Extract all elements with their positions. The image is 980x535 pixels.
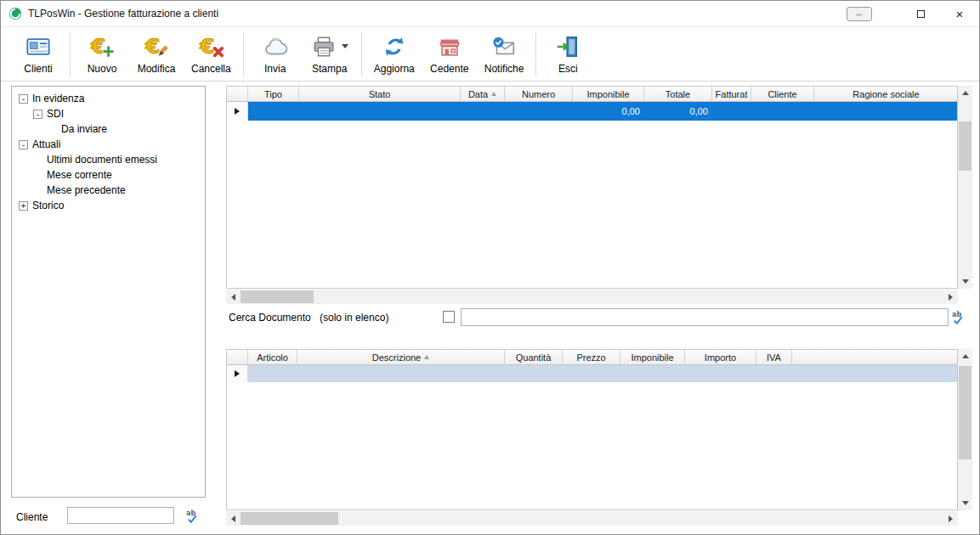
tree-item-label: Mese precedente bbox=[47, 184, 126, 196]
scrollbar-thumb[interactable] bbox=[241, 290, 314, 303]
modifica-button[interactable]: €Modifica bbox=[129, 30, 184, 79]
scroll-down-button[interactable] bbox=[958, 274, 972, 289]
search-spellcheck-button[interactable]: ab bbox=[950, 308, 969, 326]
cell-articolo bbox=[248, 365, 297, 382]
cedente-button[interactable]: Cedente bbox=[422, 30, 477, 79]
column-header-blank[interactable] bbox=[227, 87, 248, 101]
maximize-button[interactable] bbox=[901, 2, 940, 26]
arrow-up-icon bbox=[962, 354, 969, 358]
scroll-up-button[interactable] bbox=[958, 349, 972, 363]
cancella-button[interactable]: €Cancella bbox=[184, 30, 239, 79]
notifiche-button[interactable]: Notifiche bbox=[477, 30, 532, 79]
aggiorna-icon-area bbox=[382, 33, 407, 60]
column-header-descrizione[interactable]: Descrizione bbox=[297, 350, 505, 364]
column-header-importo[interactable]: Importo bbox=[685, 350, 756, 364]
exit-door-icon bbox=[555, 34, 581, 59]
collapse-minus-icon[interactable]: - bbox=[33, 110, 42, 119]
euro-cross-icon: € bbox=[198, 34, 224, 59]
column-header-data[interactable]: Data bbox=[461, 87, 505, 101]
column-header-label: Quantità bbox=[516, 352, 552, 363]
column-header-quantit[interactable]: Quantità bbox=[505, 350, 563, 364]
scrollbar-thumb[interactable] bbox=[959, 121, 972, 171]
scrollbar-thumb[interactable] bbox=[241, 512, 338, 525]
window-switch-button[interactable]: ⇔ bbox=[847, 7, 872, 21]
tree-item-sdi[interactable]: -SDI bbox=[12, 106, 205, 121]
column-header-articolo[interactable]: Articolo bbox=[248, 350, 297, 364]
column-header-iva[interactable]: IVA bbox=[756, 350, 792, 364]
scrollbar-thumb[interactable] bbox=[959, 366, 972, 459]
scroll-left-button[interactable] bbox=[226, 290, 241, 304]
column-header-numero[interactable]: Numero bbox=[505, 87, 573, 101]
clienti-button[interactable]: Clienti bbox=[11, 30, 65, 79]
scroll-right-button[interactable] bbox=[943, 511, 958, 526]
column-header-totale[interactable]: Totale bbox=[644, 87, 712, 101]
column-header-label: Importo bbox=[705, 352, 736, 363]
cloud-send-icon bbox=[263, 34, 288, 59]
esci-icon-area bbox=[555, 33, 581, 60]
column-header-blank[interactable] bbox=[792, 350, 958, 364]
nuovo-button[interactable]: €Nuovo bbox=[75, 30, 129, 79]
tree-item-label: Attuali bbox=[32, 138, 60, 150]
esci-button[interactable]: Esci bbox=[541, 30, 595, 79]
cancella-icon-area: € bbox=[198, 33, 224, 60]
column-header-imponibile[interactable]: Imponibile bbox=[573, 87, 644, 101]
storefront-icon bbox=[437, 34, 462, 59]
toolbar-separator bbox=[535, 32, 536, 76]
tree-item-da-inviare[interactable]: Da inviare bbox=[12, 121, 205, 137]
close-button[interactable]: × bbox=[940, 2, 979, 26]
items-vertical-scrollbar[interactable] bbox=[958, 349, 972, 510]
tree-item-storico[interactable]: +Storico bbox=[12, 198, 205, 213]
abc-check-icon: ab bbox=[185, 509, 202, 524]
tree-item-attuali[interactable]: -Attuali bbox=[12, 137, 205, 152]
column-header-label: Data bbox=[468, 89, 488, 99]
cliente-input[interactable] bbox=[67, 507, 174, 524]
collapse-minus-icon[interactable]: - bbox=[19, 94, 28, 104]
stampa-button[interactable]: Stampa bbox=[303, 30, 357, 79]
stampa-dropdown-caret[interactable] bbox=[342, 44, 348, 48]
scroll-right-button[interactable] bbox=[943, 290, 958, 304]
search-checkbox[interactable] bbox=[443, 311, 455, 323]
tree-item-mese-corrente[interactable]: Mese corrente bbox=[12, 167, 205, 183]
items-empty-row[interactable] bbox=[227, 365, 957, 382]
scroll-down-button[interactable] bbox=[958, 496, 972, 510]
column-header-prezzo[interactable]: Prezzo bbox=[563, 350, 620, 364]
tree-item-ultimi-documenti-emessi[interactable]: Ultimi documenti emessi bbox=[12, 152, 205, 167]
row-indicator-cell bbox=[227, 365, 248, 382]
column-header-stato[interactable]: Stato bbox=[299, 87, 461, 101]
scroll-left-button[interactable] bbox=[226, 511, 241, 526]
tree-item-mese-precedente[interactable]: Mese precedente bbox=[12, 183, 205, 198]
documents-horizontal-scrollbar[interactable] bbox=[226, 290, 958, 304]
scrollbar-track[interactable] bbox=[241, 290, 943, 304]
column-header-tipo[interactable]: Tipo bbox=[248, 87, 299, 101]
abc-check-icon: ab bbox=[951, 310, 968, 325]
collapse-minus-icon[interactable]: - bbox=[19, 140, 28, 149]
column-header-cliente[interactable]: Cliente bbox=[751, 87, 814, 101]
column-header-fatturat[interactable]: Fatturat bbox=[712, 87, 751, 101]
column-header-label: Numero bbox=[522, 89, 555, 99]
scroll-up-button[interactable] bbox=[958, 86, 972, 100]
envelope-icon bbox=[491, 34, 517, 59]
cliente-spellcheck-button[interactable]: ab bbox=[184, 507, 203, 525]
cedente-label: Cedente bbox=[430, 63, 468, 75]
items-grid-header-row: ArticoloDescrizioneQuantitàPrezzoImponib… bbox=[227, 350, 957, 365]
search-input[interactable] bbox=[461, 308, 949, 326]
maximize-icon bbox=[917, 10, 925, 18]
selected-document-row[interactable]: 0,000,00 bbox=[227, 102, 957, 121]
items-horizontal-scrollbar[interactable] bbox=[226, 511, 958, 526]
scrollbar-track[interactable] bbox=[241, 511, 943, 526]
column-header-imponibile[interactable]: Imponibile bbox=[620, 350, 685, 364]
cell-imponibile bbox=[620, 365, 685, 382]
column-header-blank[interactable] bbox=[227, 350, 248, 364]
invia-button[interactable]: Invia bbox=[248, 30, 303, 79]
column-header-label: Ragione sociale bbox=[853, 89, 919, 99]
expand-plus-icon[interactable]: + bbox=[19, 201, 28, 211]
aggiorna-button[interactable]: Aggiorna bbox=[366, 30, 422, 79]
aggiorna-label: Aggiorna bbox=[374, 63, 415, 75]
cell-iva bbox=[756, 365, 792, 382]
document-tree: -In evidenza-SDIDa inviare-AttualiUltimi… bbox=[11, 86, 206, 498]
column-header-ragione-sociale[interactable]: Ragione sociale bbox=[814, 87, 958, 101]
toolbar: Clienti€Nuovo€Modifica€CancellaInviaStam… bbox=[1, 26, 979, 82]
column-header-label: Cliente bbox=[768, 89, 796, 99]
documents-vertical-scrollbar[interactable] bbox=[958, 86, 972, 289]
tree-item-in-evidenza[interactable]: -In evidenza bbox=[12, 91, 205, 106]
